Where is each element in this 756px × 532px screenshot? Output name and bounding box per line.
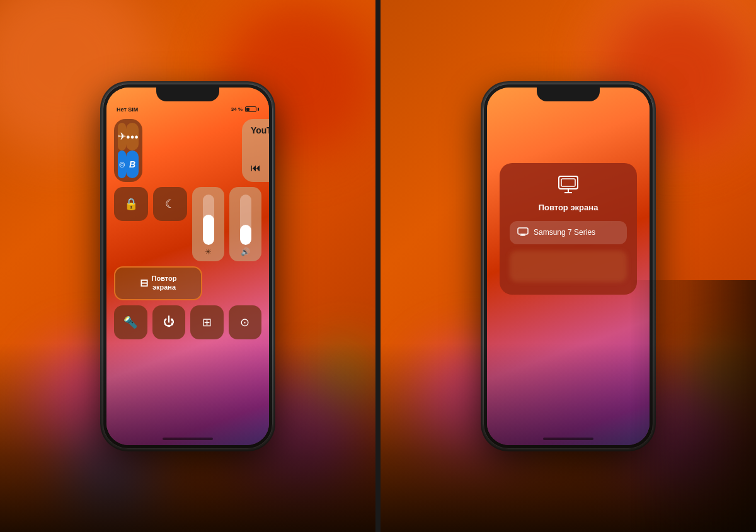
status-right: 34 %	[231, 106, 259, 112]
notch	[537, 88, 600, 101]
blurred-option	[510, 251, 627, 282]
mirror-label: Повторэкрана	[152, 274, 177, 291]
panel-divider	[375, 0, 381, 532]
media-top: YouTube ⊡	[251, 125, 269, 135]
airplane-icon: ✈	[118, 130, 126, 142]
control-center: ✈ ●●● ⌾ B	[114, 119, 261, 339]
bluetooth-button[interactable]: B	[126, 150, 139, 178]
sliders-container: ☀ 🔊	[192, 187, 261, 261]
volume-icon: 🔊	[241, 247, 250, 256]
samsung-device-option[interactable]: Samsung 7 Series	[510, 221, 627, 244]
media-app-name: YouTube	[251, 125, 269, 135]
tv-icon	[517, 227, 529, 238]
screen-lock-rotation-button[interactable]: 🔒	[114, 187, 148, 221]
brightness-slider[interactable]: ☀	[192, 187, 224, 261]
cc-row3: 🔦 ⏻ ⊞ ⊙	[114, 305, 261, 339]
battery-fill	[246, 108, 249, 111]
cellular-button[interactable]: ●●●	[126, 123, 139, 150]
rewind-button[interactable]: ⏮	[251, 162, 261, 174]
bluetooth-icon: B	[129, 159, 135, 169]
connectivity-block: ✈ ●●● ⌾ B	[114, 119, 142, 182]
do-not-disturb-button[interactable]: ☾	[153, 187, 187, 221]
status-bar: Нет SIM 34 %	[106, 104, 269, 115]
media-controls: ⏮ ▶ ⏭	[251, 161, 269, 176]
battery-body	[245, 106, 256, 112]
hand-right-side	[630, 280, 756, 532]
flashlight-icon: 🔦	[123, 315, 137, 329]
moon-icon: ☾	[165, 197, 175, 211]
cc-row2: 🔒 ☾ ☀	[114, 187, 261, 261]
right-panel: Повтор экрана Samsung 7 Series	[381, 0, 756, 532]
cellular-icon: ●●●	[126, 133, 139, 140]
volume-track	[240, 195, 251, 245]
brightness-icon: ☀	[205, 247, 212, 256]
notch	[156, 88, 219, 101]
volume-fill	[240, 225, 251, 245]
svg-rect-5	[518, 228, 528, 234]
airplane-mode-button[interactable]: ✈	[118, 123, 126, 150]
volume-slider[interactable]: 🔊	[229, 187, 261, 261]
calculator-button[interactable]: ⊞	[190, 305, 224, 339]
screen-mirror-popup: Повтор экрана Samsung 7 Series	[500, 163, 637, 295]
main-container: Нет SIM 34 %	[0, 0, 756, 532]
brightness-track	[203, 195, 214, 245]
left-panel: Нет SIM 34 %	[0, 0, 375, 532]
hand-overlay	[0, 343, 375, 532]
wifi-button[interactable]: ⌾	[118, 150, 126, 178]
device-name: Samsung 7 Series	[534, 228, 595, 237]
media-player: YouTube ⊡ ⏮ ▶ ⏭	[242, 119, 269, 182]
carrier-label: Нет SIM	[117, 106, 138, 113]
mirror-icon: ⊟	[140, 277, 148, 289]
mirror-popup-title: Повтор экрана	[510, 203, 627, 212]
battery-tip	[258, 108, 259, 111]
cc-mirror-row: ⊟ Повторэкрана	[114, 266, 261, 300]
cc-row1: ✈ ●●● ⌾ B	[114, 119, 261, 182]
timer-icon: ⏻	[163, 315, 175, 329]
screen-mirror-button[interactable]: ⊟ Повторэкрана	[114, 266, 202, 300]
brightness-fill	[203, 215, 214, 245]
timer-button[interactable]: ⏻	[152, 305, 186, 339]
camera-icon: ⊙	[240, 315, 249, 329]
svg-rect-1	[561, 179, 575, 186]
battery-icon	[245, 106, 259, 112]
battery-percent: 34 %	[231, 106, 243, 112]
calculator-icon: ⊞	[202, 315, 212, 329]
flashlight-button[interactable]: 🔦	[114, 305, 147, 339]
mirror-popup-icon	[510, 176, 627, 198]
camera-button[interactable]: ⊙	[229, 305, 262, 339]
lock-rotation-icon: 🔒	[124, 197, 138, 211]
wifi-icon: ⌾	[119, 159, 125, 170]
